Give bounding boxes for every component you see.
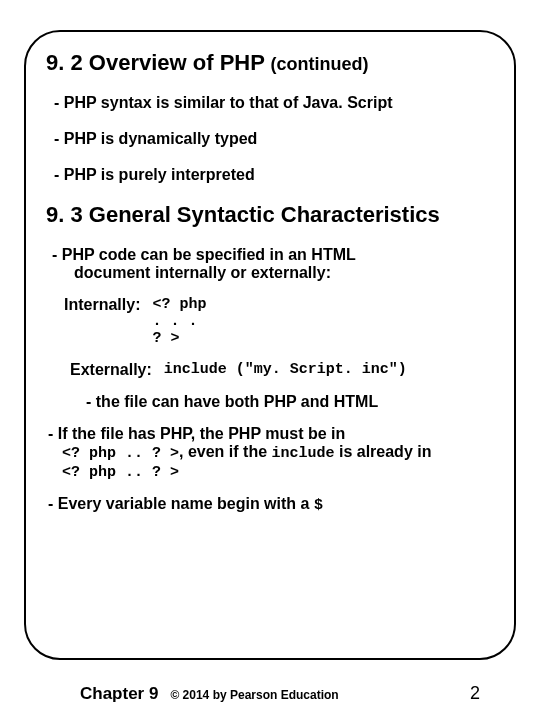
s2-p2-code3: <? php .. ? > xyxy=(62,464,179,481)
section-1-heading: 9. 2 Overview of PHP (continued) xyxy=(46,50,494,76)
s2-p2-code2: include xyxy=(272,445,335,462)
external-label: Externally: xyxy=(70,361,152,379)
s2-p2-mid: , even if the xyxy=(179,443,271,460)
external-row: Externally: include ("my. Script. inc") xyxy=(46,361,494,379)
s2-p2-end: is already in xyxy=(335,443,432,460)
s1-bullet-1: - PHP syntax is similar to that of Java.… xyxy=(46,94,494,112)
external-code: include ("my. Script. inc") xyxy=(164,361,407,378)
s2-p2-code1: <? php .. ? > xyxy=(62,445,179,462)
s2-p3-a: - Every variable name begin with a xyxy=(48,495,314,512)
section-1-title: 9. 2 Overview of PHP xyxy=(46,50,271,75)
footer-page-number: 2 xyxy=(470,683,480,704)
internal-code: <? php . . . ? > xyxy=(152,296,206,347)
s2-sub-bullet: - the file can have both PHP and HTML xyxy=(46,393,494,411)
footer-chapter: Chapter 9 xyxy=(80,684,158,704)
section-2-heading: 9. 3 General Syntactic Characteristics xyxy=(46,202,494,228)
s2-bullet-1-line2: document internally or externally: xyxy=(52,264,331,281)
internal-label: Internally: xyxy=(64,296,140,314)
s2-p3-code: $ xyxy=(314,497,323,514)
footer-copyright: © 2014 by Pearson Education xyxy=(170,688,338,702)
s2-para-3: - Every variable name begin with a $ xyxy=(46,495,494,514)
footer: Chapter 9 © 2014 by Pearson Education 2 xyxy=(0,683,540,704)
s2-p2-a: - If the file has PHP, the PHP must be i… xyxy=(48,425,345,442)
slide-frame: 9. 2 Overview of PHP (continued) - PHP s… xyxy=(24,30,516,660)
internal-row: Internally: <? php . . . ? > xyxy=(46,296,494,347)
s2-para-2: - If the file has PHP, the PHP must be i… xyxy=(46,425,494,481)
section-1-title-suffix: (continued) xyxy=(271,54,369,74)
s1-bullet-3: - PHP is purely interpreted xyxy=(46,166,494,184)
s1-bullet-2: - PHP is dynamically typed xyxy=(46,130,494,148)
s2-bullet-1-line1: - PHP code can be specified in an HTML xyxy=(52,246,356,263)
s2-bullet-1: - PHP code can be specified in an HTML d… xyxy=(46,246,494,282)
